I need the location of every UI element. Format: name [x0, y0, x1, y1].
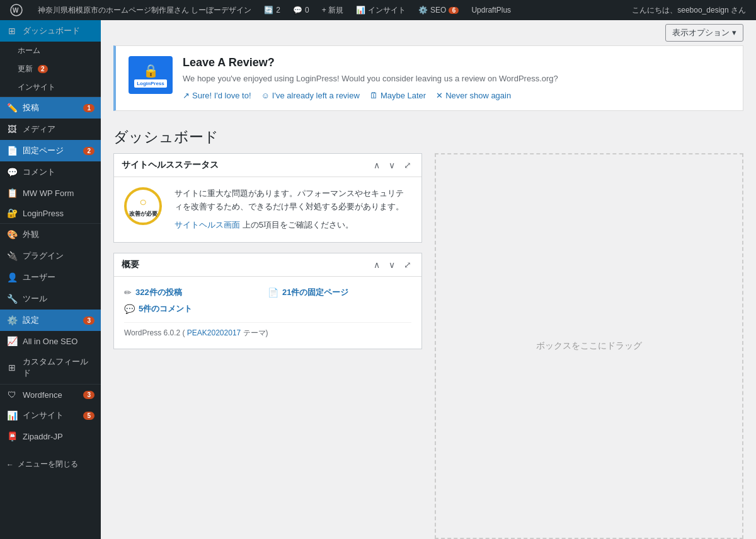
new-content-item[interactable]: + 新規: [317, 0, 348, 20]
summary-grid: ✏ 322件の投稿 📄 21件の固定ページ 💬 5件のコメント: [124, 287, 411, 315]
health-status-icon: ○ 改善が必要: [124, 187, 162, 225]
site-health-title: サイトヘルスステータス: [122, 159, 219, 171]
site-name[interactable]: 神奈川県相模原市のホームページ制作屋さん しーぼーデザイン: [33, 0, 256, 20]
pages-badge: 2: [83, 147, 94, 155]
sidebar-item-insights-sub[interactable]: インサイト: [0, 78, 101, 96]
notice-link-love[interactable]: ↗ Sure! I'd love to!: [183, 91, 251, 100]
tools-icon: 🔧: [6, 294, 18, 304]
close-menu-button[interactable]: ← メニューを閉じる: [0, 453, 101, 476]
loginpress-icon: 🔐: [6, 208, 18, 218]
svg-text:W: W: [13, 7, 19, 14]
notice-link-already[interactable]: ☺ I've already left a review: [261, 91, 360, 100]
health-collapse-down[interactable]: ∨: [386, 159, 398, 171]
summary-body: ✏ 322件の投稿 📄 21件の固定ページ 💬 5件のコメント: [114, 277, 421, 349]
sidebar-item-settings[interactable]: ⚙️ 設定 3: [0, 310, 101, 331]
summary-collapse-down[interactable]: ∨: [386, 258, 398, 271]
health-content: ○ 改善が必要 サイトに重大な問題があります。パフォーマンスやセキュリティを改善…: [124, 187, 411, 231]
summary-header: 概要 ∧ ∨ ⤢: [114, 253, 421, 277]
updraftplus-item[interactable]: UpdraftPlus: [466, 0, 516, 20]
mw-form-icon: 📋: [6, 188, 18, 198]
drag-drop-area: ボックスをここにドラッグ: [435, 153, 743, 539]
widgets-area: サイトヘルスステータス ∧ ∨ ⤢ ○ 改善が必要: [101, 153, 756, 539]
custom-fields-icon: ⊞: [6, 362, 18, 373]
notice-link-never[interactable]: ✕ Never show again: [436, 91, 511, 100]
pages-icon: 📄: [6, 146, 18, 156]
sidebar-item-tools[interactable]: 🔧 ツール: [0, 288, 101, 310]
insightsbar-badge: 5: [83, 412, 94, 420]
insightsbar-icon: 📊: [6, 410, 18, 420]
sidebar-item-insightsbar[interactable]: 📊 インサイト 5: [0, 405, 101, 426]
display-options-button[interactable]: 表示オプション ▾: [665, 24, 743, 42]
seo-item[interactable]: ⚙️ SEO 6: [413, 0, 464, 20]
review-notice: 🔒 LoginPress Leave A Review? We hope you…: [113, 45, 743, 111]
summary-collapse-up[interactable]: ∧: [371, 258, 382, 271]
health-screen-link[interactable]: サイトヘルス画面: [175, 220, 243, 229]
sidebar-item-custom-fields[interactable]: ⊞ カスタムフィールド: [0, 351, 101, 384]
sidebar-item-loginpress[interactable]: 🔐 LoginPress: [0, 203, 101, 223]
notice-actions: ↗ Sure! I'd love to! ☺ I've already left…: [183, 91, 730, 100]
appearance-icon: 🎨: [6, 229, 18, 240]
sidebar-item-pages[interactable]: 📄 固定ページ 2: [0, 140, 101, 161]
sidebar-item-home[interactable]: ホーム: [0, 42, 101, 60]
users-icon: 👤: [6, 272, 18, 282]
summary-title: 概要: [122, 259, 139, 270]
health-collapse-up[interactable]: ∧: [371, 159, 382, 171]
summary-pages: 📄 21件の固定ページ: [268, 287, 411, 298]
comments-icon: 💬: [6, 167, 18, 177]
sidebar-item-zipaddr[interactable]: 📮 Zipaddr-JP: [0, 426, 101, 446]
plugins-icon: 🔌: [6, 251, 18, 261]
comments-item[interactable]: 💬 0: [288, 0, 314, 20]
settings-icon: ⚙️: [6, 315, 18, 325]
sidebar-item-appearance[interactable]: 🎨 外観: [0, 224, 101, 245]
comments-summary-link[interactable]: 5件のコメント: [139, 303, 192, 315]
sidebar-item-wordfence[interactable]: 🛡 Wordfence 3: [0, 385, 101, 405]
settings-badge: 3: [83, 316, 94, 325]
sidebar-item-mw-form[interactable]: 📋 MW WP Form: [0, 183, 101, 203]
admin-bar: W 神奈川県相模原市のホームページ制作屋さん しーぼーデザイン 🔄 2 💬 0 …: [0, 0, 756, 20]
close-menu-icon: ←: [6, 460, 14, 469]
health-drag[interactable]: ⤢: [401, 159, 414, 171]
external-link-icon: ↗: [183, 91, 190, 100]
insights-item[interactable]: 📊 インサイト: [351, 0, 411, 20]
summary-posts: ✏ 322件の投稿: [124, 287, 268, 298]
notice-text: We hope you've enjoyed using LoginPress!…: [183, 73, 730, 84]
media-icon: 🖼: [6, 124, 18, 134]
greeting-item[interactable]: こんにちは、seeboo_design さん: [627, 0, 751, 20]
page-title: ダッシュボード: [113, 127, 743, 147]
wordfence-badge: 3: [83, 391, 94, 399]
summary-controls: ∧ ∨ ⤢: [371, 258, 414, 271]
updates-item[interactable]: 🔄 2: [259, 0, 285, 20]
wordfence-icon: 🛡: [6, 390, 18, 400]
summary-drag[interactable]: ⤢: [401, 258, 414, 271]
wp-logo-item[interactable]: W: [5, 0, 30, 20]
wp-header: 表示オプション ▾: [101, 20, 756, 45]
notice-link-later[interactable]: 🗓 Maybe Later: [370, 91, 426, 100]
seo-badge: 6: [449, 7, 459, 14]
admin-menu: ⊞ ダッシュボード ホーム 更新 2 インサイト ✏️ 投稿 1 🖼 メディア …: [0, 20, 101, 539]
notice-content: Leave A Review? We hope you've enjoyed u…: [183, 56, 730, 100]
close-icon: ✕: [436, 91, 443, 100]
theme-link[interactable]: PEAK20202017: [187, 328, 241, 337]
page-title-area: ダッシュボード: [101, 121, 756, 153]
sidebar-item-plugins[interactable]: 🔌 プラグイン: [0, 245, 101, 267]
site-health-header: サイトヘルスステータス ∧ ∨ ⤢: [114, 154, 421, 177]
summary-widget: 概要 ∧ ∨ ⤢ ✏ 322件の投稿: [113, 253, 422, 349]
sidebar-item-aioseo[interactable]: 📈 All in One SEO: [0, 331, 101, 351]
adminbar-right: こんにちは、seeboo_design さん: [627, 0, 751, 20]
wp-wrapper: ⊞ ダッシュボード ホーム 更新 2 インサイト ✏️ 投稿 1 🖼 メディア …: [0, 20, 756, 539]
smiley-icon: ☺: [261, 91, 270, 100]
zipaddr-icon: 📮: [6, 431, 18, 441]
sidebar-item-comments[interactable]: 💬 コメント: [0, 161, 101, 183]
sidebar-item-media[interactable]: 🖼 メディア: [0, 119, 101, 140]
widgets-col-left: サイトヘルスステータス ∧ ∨ ⤢ ○ 改善が必要: [113, 153, 422, 539]
pages-summary-link[interactable]: 21件の固定ページ: [282, 287, 348, 298]
posts-summary-link[interactable]: 322件の投稿: [135, 287, 182, 298]
health-label: 改善が必要: [129, 211, 158, 217]
loginpress-logo-text: LoginPress: [134, 79, 167, 88]
dashboard-icon: ⊞: [6, 26, 18, 36]
sidebar-item-users[interactable]: 👤 ユーザー: [0, 267, 101, 288]
sidebar-item-dashboard[interactable]: ⊞ ダッシュボード: [0, 20, 101, 42]
loginpress-logo: 🔒 LoginPress: [129, 56, 173, 94]
sidebar-item-posts[interactable]: ✏️ 投稿 1: [0, 97, 101, 119]
sidebar-item-updates[interactable]: 更新 2: [0, 60, 101, 78]
